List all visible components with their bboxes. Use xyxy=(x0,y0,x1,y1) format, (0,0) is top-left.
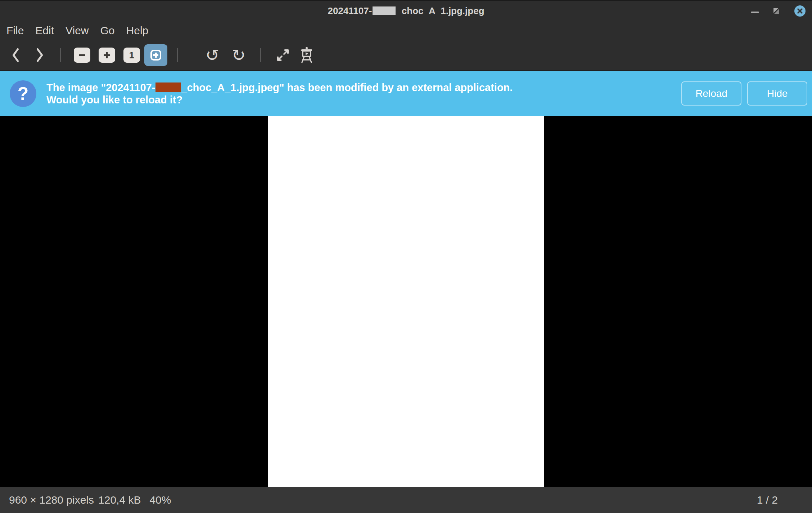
redacted-text-block xyxy=(155,82,181,92)
rotate-left-icon: ↺ xyxy=(206,47,220,63)
chevron-left-icon xyxy=(12,48,20,62)
toolbar-separator xyxy=(260,48,261,62)
notification-line1-prefix: The image "20241107- xyxy=(46,81,155,94)
window-title: 20241107- _choc_A_1.jpg.jpeg xyxy=(328,5,484,17)
previous-image-button[interactable] xyxy=(7,46,24,64)
minimize-icon xyxy=(751,12,759,13)
toolbar: 1 ↺ ↻ xyxy=(0,40,812,71)
close-icon xyxy=(794,5,806,17)
notification-line1-suffix: _choc_A_1.jpg.jpeg" has been modified by… xyxy=(181,81,513,94)
window-title-prefix: 20241107- xyxy=(328,5,372,17)
image-counter-label: 1 / 2 xyxy=(757,494,778,506)
minimize-button[interactable] xyxy=(748,1,761,21)
close-button[interactable] xyxy=(792,1,808,21)
fullscreen-icon xyxy=(275,47,291,63)
file-size-label: 120,4 kB xyxy=(98,494,141,506)
restore-button[interactable] xyxy=(770,1,782,21)
displayed-image xyxy=(268,116,544,487)
zoom-in-button[interactable] xyxy=(99,48,115,63)
zoom-out-button[interactable] xyxy=(74,48,90,63)
fullscreen-button[interactable] xyxy=(274,46,292,64)
menubar: File Edit View Go Help xyxy=(0,21,812,40)
toolbar-separator xyxy=(60,48,61,62)
notification-actions: Reload Hide xyxy=(681,81,807,106)
notification-line2: Would you like to reload it? xyxy=(46,94,513,106)
chevron-right-icon xyxy=(36,48,44,62)
titlebar: 20241107- _choc_A_1.jpg.jpeg xyxy=(0,0,812,21)
question-glyph: ? xyxy=(18,83,29,104)
image-dimensions-label: 960 × 1280 pixels xyxy=(9,494,94,506)
redacted-text-block xyxy=(373,6,396,15)
zoom-normal-button[interactable]: 1 xyxy=(123,48,140,63)
notification-line1: The image "20241107- _choc_A_1.jpg.jpeg"… xyxy=(46,81,513,94)
rotate-right-button[interactable]: ↻ xyxy=(230,46,247,64)
best-fit-button[interactable] xyxy=(144,44,167,66)
menu-view[interactable]: View xyxy=(60,23,94,38)
best-fit-icon xyxy=(149,49,162,62)
zoom-level-label: 40% xyxy=(149,494,171,506)
menu-file[interactable]: File xyxy=(1,23,30,38)
question-icon: ? xyxy=(10,80,36,107)
menu-help[interactable]: Help xyxy=(121,23,154,38)
zoom-in-icon xyxy=(103,51,111,59)
zoom-out-icon xyxy=(78,51,86,59)
image-viewport[interactable] xyxy=(0,116,812,487)
slideshow-icon xyxy=(298,46,315,64)
hide-button[interactable]: Hide xyxy=(747,81,807,106)
reload-notification-bar: ? The image "20241107- _choc_A_1.jpg.jpe… xyxy=(0,71,812,116)
statusbar: 960 × 1280 pixels 120,4 kB 40% 1 / 2 xyxy=(0,487,812,513)
slideshow-button[interactable] xyxy=(298,46,315,64)
toolbar-separator xyxy=(177,48,178,62)
reload-button[interactable]: Reload xyxy=(681,81,741,106)
zoom-1-1-icon: 1 xyxy=(129,50,134,61)
notification-message: The image "20241107- _choc_A_1.jpg.jpeg"… xyxy=(46,81,513,106)
window-title-suffix: _choc_A_1.jpg.jpeg xyxy=(396,5,484,17)
menu-go[interactable]: Go xyxy=(95,23,121,38)
restore-icon xyxy=(773,8,779,14)
next-image-button[interactable] xyxy=(31,46,48,64)
rotate-right-icon: ↻ xyxy=(232,47,246,63)
rotate-left-button[interactable]: ↺ xyxy=(204,46,221,64)
menu-edit[interactable]: Edit xyxy=(30,23,60,38)
